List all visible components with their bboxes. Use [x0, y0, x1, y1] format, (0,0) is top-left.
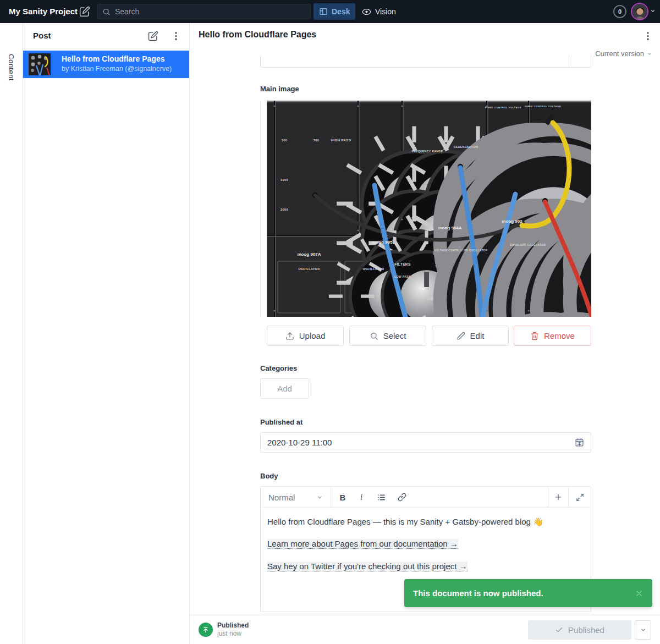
chevron-down-icon	[647, 51, 652, 57]
main-image-photo[interactable]: HIGH PASS FREQUENCY RANGE REGENERATION F…	[267, 101, 591, 317]
synth-label: LOW PASS	[394, 275, 411, 278]
image-field-border	[260, 101, 261, 317]
edit-button[interactable]: Edit	[432, 326, 509, 346]
pencil-icon	[457, 332, 465, 340]
compose-icon	[148, 31, 158, 41]
new-document-button[interactable]	[79, 6, 90, 17]
slug-field-partial[interactable]	[260, 56, 591, 68]
editor-header: Hello from Cloudflare Pages	[190, 23, 660, 48]
synth-label: moog 995	[372, 240, 393, 245]
twitter-link[interactable]: Say hey on Twitter if you're checking ou…	[267, 562, 468, 571]
kebab-menu-icon	[172, 31, 180, 41]
synth-label: VOLTAGE CONTROLLED OSCILLATOR	[434, 249, 487, 252]
editor-footer: Published just now Published	[190, 615, 660, 644]
create-post-button[interactable]	[148, 31, 158, 41]
add-category-button[interactable]: Add	[260, 378, 309, 399]
categories-label: Categories	[260, 364, 297, 372]
sanity-studio: My Sanity Project Search Desk Vision 0	[0, 0, 660, 644]
toast-message: This document is now published.	[413, 588, 543, 598]
check-icon	[555, 626, 563, 634]
presence-badge[interactable]: 0	[613, 5, 626, 18]
published-at-input[interactable]: 2020-10-29 11:00	[260, 432, 591, 453]
fullscreen-button[interactable]	[568, 487, 591, 508]
select-button[interactable]: Select	[349, 326, 426, 346]
calendar-icon[interactable]	[575, 438, 584, 447]
body-paragraph: Hello from Cloudflare Pages — this is my…	[267, 516, 584, 527]
body-paragraph: Learn more about Pages from our document…	[267, 538, 584, 549]
publish-toast: This document is now published.	[404, 579, 652, 607]
synth-label: OSCILLATOR	[362, 267, 384, 271]
vision-tab-label: Vision	[375, 7, 396, 16]
synth-label: HIGH PASS	[331, 139, 351, 142]
document-editor-pane: Hello from Cloudflare Pages Current vers…	[190, 23, 660, 644]
synth-label: moog 902	[502, 219, 522, 224]
publish-button-label: Published	[568, 625, 604, 635]
synth-label: OSCILLATOR	[298, 267, 320, 271]
expand-icon	[576, 493, 584, 502]
document-menu-button[interactable]	[644, 31, 653, 41]
tab-desk[interactable]: Desk	[314, 3, 355, 20]
desk-icon	[319, 7, 328, 16]
search-placeholder: Search	[115, 7, 139, 16]
link-icon	[398, 493, 406, 502]
body-paragraph: Say hey on Twitter if you're checking ou…	[267, 561, 584, 572]
published-at-label: Published at	[260, 418, 302, 426]
upload-icon	[285, 332, 294, 340]
avatar-image	[632, 4, 647, 19]
text-style-value: Normal	[268, 493, 295, 502]
bold-button[interactable]: B	[333, 487, 352, 508]
post-list-item-selected[interactable]: Hello from Cloudflare Pages by Kristian …	[23, 51, 189, 78]
tab-vision[interactable]: Vision	[356, 3, 402, 20]
post-thumbnail	[29, 53, 51, 75]
user-avatar[interactable]	[631, 3, 648, 20]
docs-link[interactable]: Learn more about Pages from our document…	[267, 539, 458, 549]
bullet-list-button[interactable]	[372, 487, 391, 508]
synth-label: moog 904A	[438, 225, 461, 230]
italic-button[interactable]: i	[352, 487, 371, 508]
chevron-down-icon	[317, 494, 323, 500]
post-item-subtitle: by Kristian Freeman (@signalnerve)	[62, 65, 172, 73]
remove-label: Remove	[544, 331, 575, 340]
text-style-select[interactable]: Normal	[261, 487, 331, 508]
compose-icon	[79, 6, 90, 17]
bullet-list-icon	[377, 493, 386, 502]
synth-label: moog 907A	[297, 252, 321, 257]
top-navbar: My Sanity Project Search Desk Vision 0	[0, 0, 660, 23]
user-menu-chevron-icon[interactable]	[650, 8, 656, 14]
link-button[interactable]	[393, 487, 411, 508]
kebab-menu-icon	[644, 31, 653, 41]
content-rail-tab[interactable]: Content	[7, 54, 15, 81]
trash-icon	[530, 332, 539, 340]
body-paragraph-text: Hello from Cloudflare Pages — this is my…	[267, 517, 533, 526]
remove-button[interactable]: Remove	[514, 326, 591, 346]
publish-status-icon	[199, 623, 213, 637]
document-title: Hello from Cloudflare Pages	[199, 30, 316, 40]
publish-menu-button[interactable]	[635, 620, 651, 640]
search-input[interactable]: Search	[97, 4, 311, 19]
add-label: Add	[277, 384, 292, 393]
chevron-down-icon	[640, 627, 646, 633]
insert-block-button[interactable]	[548, 487, 568, 508]
version-label: Current version	[595, 49, 644, 58]
synth-label: ENVELOPE GENERATOR	[510, 244, 546, 246]
search-icon	[370, 332, 378, 340]
version-selector[interactable]: Current version	[595, 49, 652, 58]
synth-label: FREQUENCY RANGE	[412, 150, 443, 153]
synth-label: FILTERS	[394, 262, 411, 266]
synth-label: 1000	[280, 178, 288, 181]
synth-label: FIXED CONTROL VOLTAGE	[525, 105, 561, 108]
slug-generate-divider	[569, 56, 569, 67]
list-pane-menu-button[interactable]	[172, 31, 180, 41]
project-title: My Sanity Project	[9, 0, 78, 23]
list-pane-header: Post	[23, 23, 189, 49]
document-list-pane: Post	[23, 23, 190, 644]
synth-label: 500	[282, 139, 287, 142]
wave-emoji: 👋	[533, 517, 543, 526]
close-icon[interactable]	[635, 589, 644, 598]
publish-status-time: just now	[217, 630, 241, 637]
upload-button[interactable]: Upload	[267, 326, 344, 346]
eye-icon	[362, 7, 371, 16]
publish-button[interactable]: Published	[528, 620, 631, 640]
body-label: Body	[260, 472, 278, 480]
synth-label: 2000	[280, 208, 288, 211]
